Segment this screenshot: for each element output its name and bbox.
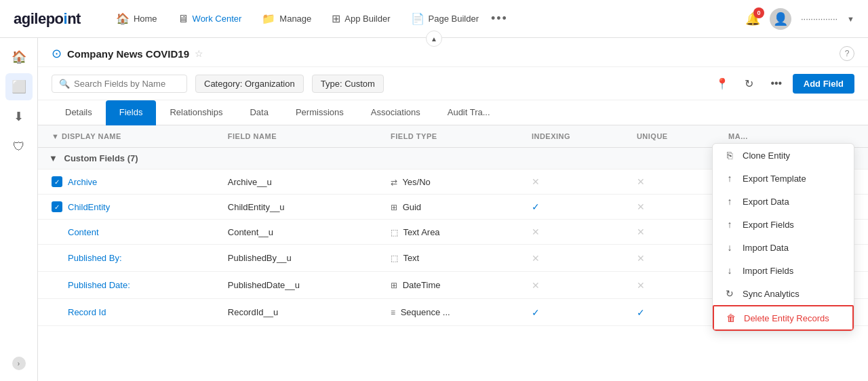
field-name-link[interactable]: ChildEntity xyxy=(68,202,110,212)
nav-item-work-center[interactable]: 🖥 Work Center xyxy=(170,9,250,29)
nav-label-work-center: Work Center xyxy=(193,14,242,24)
more-options-button[interactable]: ••• xyxy=(766,73,787,94)
sort-icon: ▼ xyxy=(52,132,62,140)
indexing-cross: ✕ xyxy=(532,226,540,237)
field-name-link[interactable]: Published By: xyxy=(68,253,122,263)
search-icon: 🔍 xyxy=(59,79,70,89)
nav-collapse-button[interactable]: ▲ xyxy=(426,31,442,47)
category-filter[interactable]: Category: Organization xyxy=(195,75,304,93)
notification-button[interactable]: 🔔 0 xyxy=(745,12,760,26)
nav-item-app-builder[interactable]: ⊞ App Builder xyxy=(323,8,398,29)
field-type-icon: ⬚ xyxy=(391,254,398,263)
page-header: ⊙ Company News COVID19 ☆ ? xyxy=(38,38,868,67)
page-icon: 📄 xyxy=(411,12,425,25)
unique-cross: ✕ xyxy=(637,201,645,212)
nav-label-page-builder: Page Builder xyxy=(429,14,479,24)
user-menu-chevron[interactable]: ▼ xyxy=(847,15,854,23)
menu-item-delete-entity-records[interactable]: 🗑 Delete Entity Records xyxy=(713,305,854,331)
tab-details[interactable]: Details xyxy=(52,100,106,125)
menu-icon-export-data: ↑ xyxy=(724,196,736,207)
menu-label-sync-analytics: Sync Analytics xyxy=(743,289,800,299)
search-input[interactable] xyxy=(74,79,176,89)
tabs: Details Fields Relationships Data Permis… xyxy=(38,100,868,125)
main-nav: 🏠 Home 🖥 Work Center 📁 Manage ⊞ App Buil… xyxy=(108,8,745,29)
menu-item-export-fields[interactable]: ↑ Export Fields xyxy=(713,213,854,236)
grid-icon: ⊞ xyxy=(332,12,340,25)
field-name-link[interactable]: Content xyxy=(68,227,99,237)
menu-item-clone-entity[interactable]: ⎘ Clone Entity xyxy=(713,144,854,167)
menu-icon-delete-entity-records: 🗑 xyxy=(725,313,737,323)
col-field-name: FIELD NAME xyxy=(217,125,380,148)
sidebar-item-shield[interactable]: 🛡 xyxy=(5,133,33,160)
group-collapse-icon[interactable]: ▼ xyxy=(49,153,58,163)
nav-item-home[interactable]: 🏠 Home xyxy=(108,8,165,29)
unique-check: ✓ xyxy=(637,307,645,318)
tab-audit-trail[interactable]: Audit Tra... xyxy=(434,100,504,125)
indexing-check: ✓ xyxy=(532,307,540,318)
avatar[interactable]: 👤 xyxy=(770,8,791,30)
menu-label-export-data: Export Data xyxy=(743,197,789,207)
indexing-cross: ✕ xyxy=(532,176,540,187)
menu-item-import-fields[interactable]: ↓ Import Fields xyxy=(713,259,854,282)
tab-permissions[interactable]: Permissions xyxy=(282,100,357,125)
tab-fields[interactable]: Fields xyxy=(106,100,157,125)
menu-item-sync-analytics[interactable]: ↻ Sync Analytics xyxy=(713,282,854,305)
row-checkbox[interactable]: ✓ xyxy=(52,176,62,187)
col-unique: UNIQUE xyxy=(626,125,717,148)
nav-right: 🔔 0 👤 ··············· ▼ xyxy=(745,8,854,30)
pin-button[interactable]: 📍 xyxy=(711,73,733,94)
sidebar: 🏠 ⬜ ⬇ 🛡 › xyxy=(0,38,38,381)
search-box[interactable]: 🔍 xyxy=(52,75,187,93)
sidebar-home-icon: 🏠 xyxy=(12,49,26,64)
tab-associations[interactable]: Associations xyxy=(357,100,434,125)
indexing-cross: ✕ xyxy=(532,253,540,264)
tab-relationships[interactable]: Relationships xyxy=(156,100,236,125)
unique-cross: ✕ xyxy=(637,280,645,291)
sidebar-item-download[interactable]: ⬇ xyxy=(5,103,33,130)
row-checkbox[interactable]: ✓ xyxy=(52,201,62,212)
nav-item-page-builder[interactable]: 📄 Page Builder xyxy=(403,8,487,29)
logo-dot: i xyxy=(64,10,68,27)
row-checkbox xyxy=(52,280,62,291)
unique-cross: ✕ xyxy=(637,176,645,187)
toolbar-right: 📍 ↻ ••• Add Field xyxy=(711,73,854,94)
field-name-cell: Archive__u xyxy=(217,169,380,195)
sidebar-expand-button[interactable]: › xyxy=(12,357,26,370)
sidebar-item-entity[interactable]: ⬜ xyxy=(5,73,33,100)
menu-label-clone-entity: Clone Entity xyxy=(743,151,790,161)
tab-data[interactable]: Data xyxy=(236,100,281,125)
menu-icon-import-fields: ↓ xyxy=(724,265,736,276)
col-indexing: INDEXING xyxy=(521,125,626,148)
menu-item-import-data[interactable]: ↓ Import Data xyxy=(713,236,854,259)
type-filter[interactable]: Type: Custom xyxy=(312,75,384,93)
nav-label-app-builder: App Builder xyxy=(344,14,390,24)
menu-item-export-template[interactable]: ↑ Export Template xyxy=(713,167,854,190)
nav-item-manage[interactable]: 📁 Manage xyxy=(254,8,319,29)
help-button[interactable]: ? xyxy=(840,46,854,61)
user-name[interactable]: ··············· xyxy=(801,14,837,24)
field-name-link[interactable]: Archive xyxy=(68,177,97,187)
top-nav: agilepoint 🏠 Home 🖥 Work Center 📁 Manage… xyxy=(0,0,868,38)
menu-icon-export-template: ↑ xyxy=(724,173,736,184)
menu-icon-import-data: ↓ xyxy=(724,242,736,253)
logo[interactable]: agilepoint xyxy=(14,10,81,28)
field-type-cell: ≡ Sequence ... xyxy=(380,299,521,326)
unique-cell: ✕ xyxy=(626,272,717,299)
field-type-cell: ⬚ Text Area xyxy=(380,220,521,245)
sidebar-item-home[interactable]: 🏠 xyxy=(5,43,33,71)
sidebar-entity-icon: ⬜ xyxy=(12,79,26,94)
add-field-button[interactable]: Add Field xyxy=(793,74,854,94)
more-nav-button[interactable]: ••• xyxy=(491,12,508,26)
favorite-button[interactable]: ☆ xyxy=(195,48,203,59)
back-button[interactable]: ⊙ xyxy=(52,46,62,61)
field-name-link[interactable]: Published Date: xyxy=(68,280,130,290)
row-checkbox xyxy=(52,253,62,264)
field-name-link[interactable]: Record Id xyxy=(68,307,106,317)
unique-cell: ✕ xyxy=(626,195,717,220)
menu-item-export-data[interactable]: ↑ Export Data xyxy=(713,190,854,213)
field-name-cell: ChildEntity__u xyxy=(217,195,380,220)
menu-label-import-data: Import Data xyxy=(743,243,789,253)
type-value: Custom xyxy=(344,79,375,89)
refresh-button[interactable]: ↻ xyxy=(738,73,760,94)
row-checkbox xyxy=(52,226,62,237)
